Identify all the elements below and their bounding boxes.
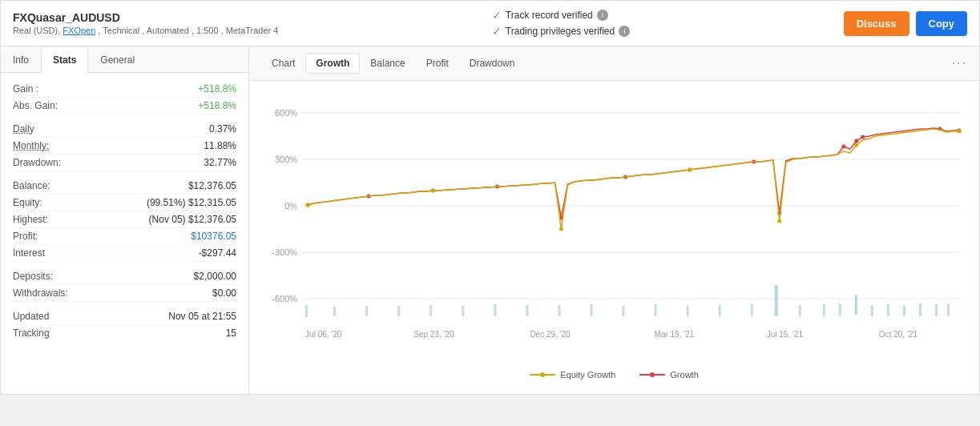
- copy-button[interactable]: Copy: [916, 11, 968, 36]
- verified-text-2: Trading privileges verified: [506, 26, 615, 37]
- stat-deposits: Deposits: $2,000.00: [13, 268, 236, 285]
- chart-tab-profit[interactable]: Profit: [416, 53, 459, 74]
- svg-point-57: [431, 189, 435, 193]
- svg-rect-37: [887, 304, 889, 316]
- chart-tab-balance[interactable]: Balance: [360, 53, 415, 74]
- svg-rect-32: [799, 305, 801, 316]
- svg-text:Mar 19, '21: Mar 19, '21: [655, 330, 695, 339]
- highest-label: Highest:: [13, 214, 48, 225]
- svg-rect-17: [333, 307, 336, 316]
- svg-rect-27: [655, 304, 657, 316]
- trading-privileges-verified: ✓ Trading privileges verified i: [492, 25, 630, 38]
- svg-point-59: [688, 168, 692, 172]
- svg-rect-28: [687, 305, 689, 316]
- stat-highest: Highest: (Nov 05) $12,376.05: [13, 211, 236, 228]
- chart-area: 600% 300% 0% -300% -600% Jul 06, '20 Sep…: [249, 81, 979, 394]
- monthly-link[interactable]: Monthly:: [13, 140, 49, 151]
- legend-growth-label: Growth: [670, 370, 698, 380]
- account-subtitle: Real (USD), FXOpen , Technical , Automat…: [13, 26, 278, 35]
- drawdown-value: 32.77%: [204, 157, 236, 168]
- svg-text:600%: 600%: [275, 108, 297, 118]
- svg-point-60: [777, 219, 781, 223]
- svg-rect-35: [855, 295, 857, 315]
- chart-tab-drawdown[interactable]: Drawdown: [459, 53, 526, 74]
- legend-equity-growth: Equity Growth: [530, 370, 615, 380]
- legend-equity-label: Equity Growth: [560, 370, 615, 380]
- stat-profit: Profit: $10376.05: [13, 228, 236, 245]
- svg-text:Jul 15, '21: Jul 15, '21: [767, 330, 804, 339]
- abs-gain-label: Abs. Gain:: [13, 100, 58, 111]
- account-title: FXQuasar_AUDUSD: [13, 11, 278, 24]
- updated-label: Updated: [13, 311, 49, 322]
- main-content: Info Stats General Gain : +518.8% Abs. G…: [1, 46, 979, 394]
- svg-rect-33: [823, 304, 825, 316]
- svg-point-51: [841, 145, 845, 149]
- daily-link[interactable]: Daily: [13, 123, 34, 135]
- withdrawals-label: Withdrawals:: [13, 287, 68, 299]
- equity-label: Equity:: [13, 197, 42, 208]
- right-panel: Chart Growth Balance Profit Drawdown ···: [249, 46, 979, 394]
- chart-tabs: Chart Growth Balance Profit Drawdown ···: [249, 46, 979, 81]
- stat-interest: Interest -$297.44: [13, 245, 236, 262]
- svg-text:-300%: -300%: [272, 247, 297, 257]
- tab-stats[interactable]: Stats: [41, 46, 88, 73]
- svg-rect-40: [935, 304, 938, 316]
- svg-point-61: [854, 143, 858, 147]
- daily-label: Daily: [13, 123, 34, 135]
- svg-text:Jul 06, '20: Jul 06, '20: [305, 330, 342, 339]
- svg-rect-23: [526, 305, 528, 316]
- svg-rect-31: [775, 285, 778, 316]
- svg-rect-34: [839, 303, 841, 316]
- svg-rect-18: [365, 306, 368, 316]
- deposits-label: Deposits:: [13, 271, 53, 282]
- profit-label: Profit:: [13, 231, 38, 242]
- discuss-button[interactable]: Discuss: [844, 11, 909, 36]
- balance-label: Balance:: [13, 180, 50, 191]
- stat-equity: Equity: (99.51%) $12,315.05: [13, 195, 236, 211]
- info-icon-1[interactable]: i: [597, 10, 608, 21]
- tab-info[interactable]: Info: [1, 46, 41, 73]
- svg-rect-29: [719, 305, 721, 316]
- fxopen-link[interactable]: FXOpen: [63, 26, 95, 35]
- stat-daily: Daily 0.37%: [13, 121, 236, 138]
- withdrawals-value: $0.00: [212, 287, 236, 299]
- svg-rect-25: [590, 304, 592, 316]
- svg-point-56: [306, 203, 310, 207]
- legend-growth: Growth: [639, 370, 698, 380]
- abs-gain-value: +518.8%: [198, 100, 236, 111]
- stat-gain: Gain : +518.8%: [13, 81, 236, 98]
- svg-rect-41: [947, 303, 950, 316]
- balance-value: $12,376.05: [188, 180, 236, 191]
- svg-point-62: [957, 130, 961, 134]
- growth-chart: 600% 300% 0% -300% -600% Jul 06, '20 Sep…: [261, 89, 967, 361]
- info-icon-2[interactable]: i: [619, 26, 630, 37]
- chart-more-icon[interactable]: ···: [952, 56, 967, 70]
- svg-rect-36: [871, 305, 873, 316]
- drawdown-label: Drawdown:: [13, 157, 61, 168]
- svg-rect-16: [305, 305, 308, 317]
- svg-text:Dec 29, '20: Dec 29, '20: [530, 330, 571, 339]
- svg-text:Sep 23, '20: Sep 23, '20: [413, 330, 454, 339]
- main-container: FXQuasar_AUDUSD Real (USD), FXOpen , Tec…: [0, 0, 980, 395]
- check-icon-1: ✓: [492, 9, 502, 22]
- updated-value: Nov 05 at 21:55: [168, 311, 236, 322]
- profit-value: $10376.05: [191, 231, 236, 242]
- monthly-value: 11.88%: [204, 140, 236, 151]
- tracking-label: Tracking: [13, 328, 50, 339]
- gain-label: Gain :: [13, 83, 38, 94]
- header-actions: Discuss Copy: [844, 11, 967, 36]
- svg-point-66: [650, 372, 655, 377]
- header: FXQuasar_AUDUSD Real (USD), FXOpen , Tec…: [1, 1, 979, 46]
- left-panel: Info Stats General Gain : +518.8% Abs. G…: [1, 46, 249, 394]
- chart-tab-growth[interactable]: Growth: [305, 53, 360, 74]
- svg-point-53: [861, 135, 865, 139]
- verified-text-1: Track record verified: [506, 10, 593, 21]
- monthly-label: Monthly:: [13, 140, 49, 151]
- svg-rect-24: [558, 305, 560, 316]
- chart-tab-chart[interactable]: Chart: [261, 53, 305, 74]
- track-record-verified: ✓ Track record verified i: [492, 9, 630, 22]
- tab-general[interactable]: General: [88, 46, 147, 73]
- tracking-value: 15: [226, 328, 236, 339]
- svg-point-58: [559, 227, 563, 231]
- stat-monthly: Monthly: 11.88%: [13, 138, 236, 155]
